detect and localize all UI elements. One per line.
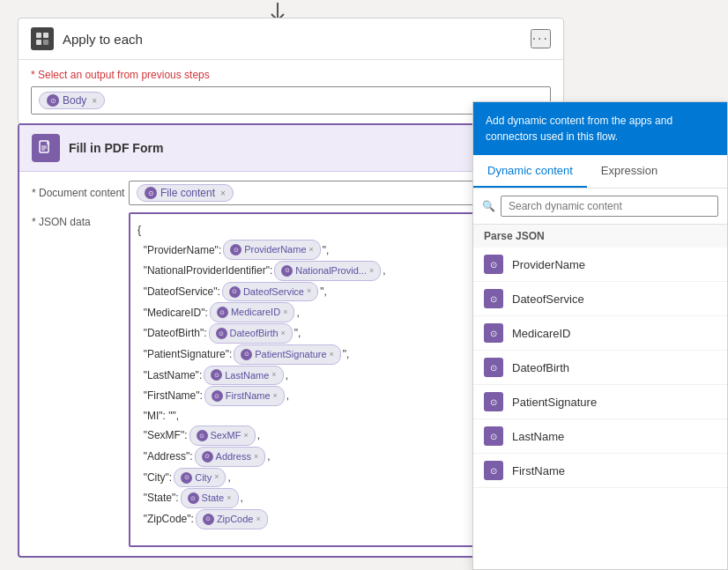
dynamic-item-dateofbirth[interactable]: ⊙ DateofBirth <box>473 351 727 385</box>
dynamic-item-icon-firstname: ⊙ <box>484 461 503 480</box>
dynamic-item-label-medicareid: MedicareID <box>512 327 570 340</box>
state-token[interactable]: ⊙ State × <box>181 488 239 508</box>
file-content-icon: ⊙ <box>145 187 157 199</box>
body-token-icon: ⊙ <box>47 94 59 107</box>
main-container: Apply to each ··· * Select an output fro… <box>0 0 728 570</box>
dynamic-item-icon-providername: ⊙ <box>484 255 503 274</box>
medicareid-token[interactable]: ⊙ MedicareID × <box>210 302 295 322</box>
body-token-remove[interactable]: × <box>92 96 97 106</box>
dynamic-item-dateofservice[interactable]: ⊙ DateofService <box>473 282 727 316</box>
body-token: ⊙ Body × <box>39 92 105 109</box>
patientsignature-token[interactable]: ⊙ PatientSignature × <box>234 344 341 365</box>
dynamic-item-icon-patientsig: ⊙ <box>484 392 503 411</box>
pdf-title: Fill in PDF Form <box>69 141 163 155</box>
npi-token[interactable]: ⊙ NationalProvid... × <box>274 261 381 281</box>
json-data-label: * JSON data <box>32 212 129 228</box>
dynamic-items-list: ⊙ ProviderName ⊙ DateofService ⊙ Medicar… <box>473 248 727 569</box>
select-output-label: * Select an output from previous steps <box>31 69 551 81</box>
dynamic-tooltip: Add dynamic content from the apps and co… <box>473 102 727 155</box>
parse-json-label: Parse JSON <box>473 225 727 248</box>
dynamic-item-label-dateofservice: DateofService <box>512 292 584 306</box>
pdf-icon <box>32 134 60 162</box>
file-content-remove[interactable]: × <box>220 189 226 198</box>
apply-icon <box>31 27 54 50</box>
lastname-token[interactable]: ⊙ LastName × <box>204 366 283 386</box>
dynamic-item-lastname[interactable]: ⊙ LastName <box>473 419 727 454</box>
zipcode-token[interactable]: ⊙ ZipCode × <box>196 509 268 529</box>
file-content-label: File content <box>160 187 215 199</box>
dynamic-item-patientsig[interactable]: ⊙ PatientSignature <box>473 385 727 419</box>
search-box: 🔍 <box>473 189 727 225</box>
apply-title: Apply to each <box>63 32 143 47</box>
dynamic-item-icon-medicareid: ⊙ <box>484 323 503 343</box>
dynamic-item-icon-dateofbirth: ⊙ <box>484 358 503 377</box>
apply-header-left: Apply to each <box>31 27 143 50</box>
svg-rect-1 <box>43 33 48 38</box>
apply-ellipsis-button[interactable]: ··· <box>531 29 551 48</box>
search-icon: 🔍 <box>482 200 495 212</box>
dynamic-item-label-firstname: FirstName <box>512 464 565 477</box>
dynamic-item-label-lastname: LastName <box>512 430 564 443</box>
dynamic-item-icon-dateofservice: ⊙ <box>484 289 503 308</box>
svg-rect-3 <box>43 40 48 45</box>
doc-content-label: * Document content <box>32 187 129 199</box>
svg-rect-0 <box>36 33 41 38</box>
svg-rect-2 <box>36 40 41 45</box>
body-token-label: Body <box>63 94 86 107</box>
required-asterisk: * <box>31 69 38 81</box>
sexmf-token[interactable]: ⊙ SexMF × <box>189 426 256 446</box>
dynamic-content-panel: Add dynamic content from the apps and co… <box>472 101 728 570</box>
dynamic-tabs: Dynamic content Expression <box>473 155 727 189</box>
search-input[interactable] <box>501 196 718 217</box>
tab-expression[interactable]: Expression <box>587 155 672 188</box>
address-token[interactable]: ⊙ Address × <box>195 447 266 467</box>
dateofbirth-token[interactable]: ⊙ DateofBirth × <box>209 323 293 344</box>
file-content-token: ⊙ File content × <box>137 184 234 202</box>
dateofservice-token[interactable]: ⊙ DateofService × <box>222 282 318 302</box>
dynamic-item-icon-lastname: ⊙ <box>484 426 503 446</box>
tab-dynamic-content[interactable]: Dynamic content <box>473 155 587 188</box>
dynamic-item-label-providername: ProviderName <box>512 258 585 271</box>
dynamic-item-label-patientsig: PatientSignature <box>512 396 597 409</box>
dynamic-item-providername[interactable]: ⊙ ProviderName <box>473 248 727 282</box>
provider-name-token[interactable]: ⊙ ProviderName × <box>223 240 321 260</box>
apply-header: Apply to each ··· <box>19 19 563 60</box>
dynamic-item-medicareid[interactable]: ⊙ MedicareID <box>473 316 727 351</box>
city-token[interactable]: ⊙ City × <box>174 468 226 488</box>
firstname-token[interactable]: ⊙ FirstName × <box>204 386 285 406</box>
dynamic-item-label-dateofbirth: DateofBirth <box>512 361 569 374</box>
dynamic-item-firstname[interactable]: ⊙ FirstName <box>473 454 727 488</box>
